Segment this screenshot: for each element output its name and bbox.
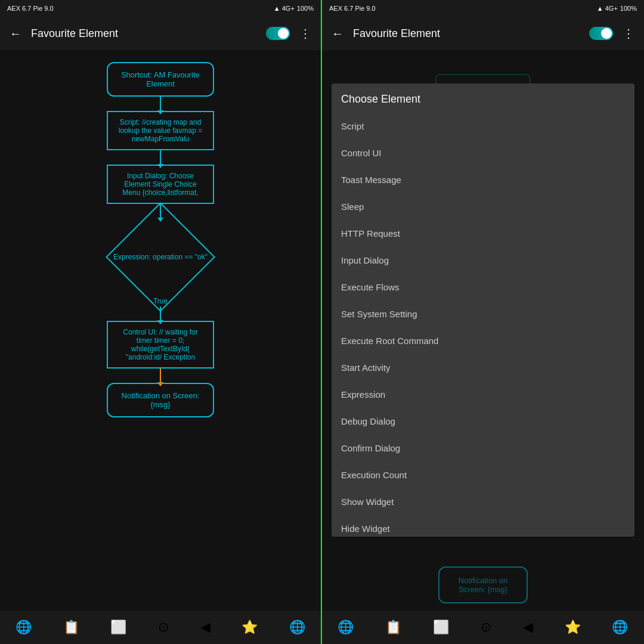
dialog-item-toast-message[interactable]: Toast Message xyxy=(332,166,634,193)
right-nav-globe[interactable]: 🌐 xyxy=(338,620,354,635)
right-back-button[interactable]: ← xyxy=(327,22,348,45)
left-nav-globe2[interactable]: 🌐 xyxy=(289,620,305,635)
right-bottom-nav: 🌐 📋 ⬜ ⊙ ◀ ⭐ 🌐 xyxy=(322,611,644,644)
dialog-item-sleep[interactable]: Sleep xyxy=(332,193,634,220)
arrow-4 xyxy=(160,306,161,321)
left-nav-globe[interactable]: 🌐 xyxy=(16,620,32,635)
right-toggle-knob xyxy=(601,28,612,39)
dialog-item-start-activity[interactable]: Start Activity xyxy=(332,354,634,381)
arrow-1 xyxy=(160,97,161,111)
left-nav-home[interactable]: ⊙ xyxy=(158,620,169,635)
right-toggle[interactable] xyxy=(589,27,613,40)
left-nav-star[interactable]: ⭐ xyxy=(242,620,258,635)
right-status-system: AEX 6.7 Pie 9.0 xyxy=(329,5,376,12)
dialog-item-debug-dialog[interactable]: Debug Dialog xyxy=(332,408,634,435)
left-toggle[interactable] xyxy=(266,27,290,40)
dialog-item-show-widget[interactable]: Show Widget xyxy=(332,488,634,515)
right-panel: AEX 6.7 Pie 9.0 ▲ 4G+ 100% ← Favourite E… xyxy=(322,0,644,644)
flow-node-shortcut[interactable]: Shortcut: AM Favourite Element xyxy=(107,62,214,97)
left-toggle-knob xyxy=(278,28,289,39)
dialog-item-execution-count[interactable]: Execution Count xyxy=(332,462,634,488)
right-app-title: Favourite Element xyxy=(353,27,584,40)
right-nav-doc[interactable]: 📋 xyxy=(385,620,401,635)
right-nav-globe2[interactable]: 🌐 xyxy=(612,620,628,635)
flow-node-input-dialog[interactable]: Input Dialog: Choose Element Single Choi… xyxy=(107,165,214,204)
dialog-item-expression[interactable]: Expression xyxy=(332,381,634,408)
right-notification-node: Notification on Screen: {msg} xyxy=(438,566,528,603)
left-bottom-nav: 🌐 📋 ⬜ ⊙ ◀ ⭐ 🌐 xyxy=(0,611,321,644)
dialog-item-script[interactable]: Script xyxy=(332,113,634,140)
right-nav-star[interactable]: ⭐ xyxy=(565,620,581,635)
dialog-item-control-ui[interactable]: Control UI xyxy=(332,140,634,166)
flow-node-expression-text: Expression: operation == "ok" xyxy=(101,218,220,296)
left-signal-icon: ▲ 4G+ xyxy=(274,5,295,12)
dialog-item-execute-flows[interactable]: Execute Flows xyxy=(332,274,634,301)
right-battery: 100% xyxy=(620,5,637,12)
left-battery: 100% xyxy=(297,5,314,12)
flow-node-notification[interactable]: Notification on Screen: {msg} xyxy=(107,383,214,417)
right-more-button[interactable]: ⋮ xyxy=(618,21,639,45)
left-nav-doc[interactable]: 📋 xyxy=(63,620,79,635)
right-nav-back[interactable]: ◀ xyxy=(523,620,533,635)
left-status-bar: AEX 6.7 Pie 9.0 ▲ 4G+ 100% xyxy=(0,0,321,17)
choose-element-dialog[interactable]: Choose Element Script Control UI Toast M… xyxy=(332,83,634,537)
left-nav-square[interactable]: ⬜ xyxy=(110,620,126,635)
choose-dialog-title: Choose Element xyxy=(332,93,634,113)
right-signal-icon: ▲ 4G+ xyxy=(597,5,618,12)
flow-node-script[interactable]: Script: //creating map and lookup the va… xyxy=(107,111,214,150)
arrow-2 xyxy=(160,150,161,165)
left-nav-back[interactable]: ◀ xyxy=(200,620,210,635)
left-app-bar: ← Favourite Element ⋮ xyxy=(0,17,321,50)
left-more-button[interactable]: ⋮ xyxy=(295,21,316,45)
right-status-bar: AEX 6.7 Pie 9.0 ▲ 4G+ 100% xyxy=(322,0,644,17)
right-nav-home[interactable]: ⊙ xyxy=(481,620,491,635)
flow-node-control-ui[interactable]: Control UI: // waiting for timer timer =… xyxy=(107,321,214,369)
left-panel: AEX 6.7 Pie 9.0 ▲ 4G+ 100% ← Favourite E… xyxy=(0,0,322,644)
right-app-bar: ← Favourite Element ⋮ xyxy=(322,17,644,50)
dialog-item-hide-widget[interactable]: Hide Widget xyxy=(332,515,634,537)
left-status-system: AEX 6.7 Pie 9.0 xyxy=(7,5,54,12)
dialog-item-confirm-dialog[interactable]: Confirm Dialog xyxy=(332,435,634,462)
left-back-button[interactable]: ← xyxy=(5,22,26,45)
left-flowchart: Shortcut: AM Favourite Element Script: /… xyxy=(0,50,321,611)
right-nav-square[interactable]: ⬜ xyxy=(433,620,449,635)
dialog-item-set-system-setting[interactable]: Set System Setting xyxy=(332,301,634,327)
arrow-5-orange xyxy=(160,369,161,383)
left-app-title: Favourite Element xyxy=(31,27,261,40)
dialog-item-execute-root-command[interactable]: Execute Root Command xyxy=(332,327,634,354)
dialog-item-http-request[interactable]: HTTP Request xyxy=(332,220,634,247)
dialog-item-input-dialog[interactable]: Input Dialog xyxy=(332,247,634,274)
